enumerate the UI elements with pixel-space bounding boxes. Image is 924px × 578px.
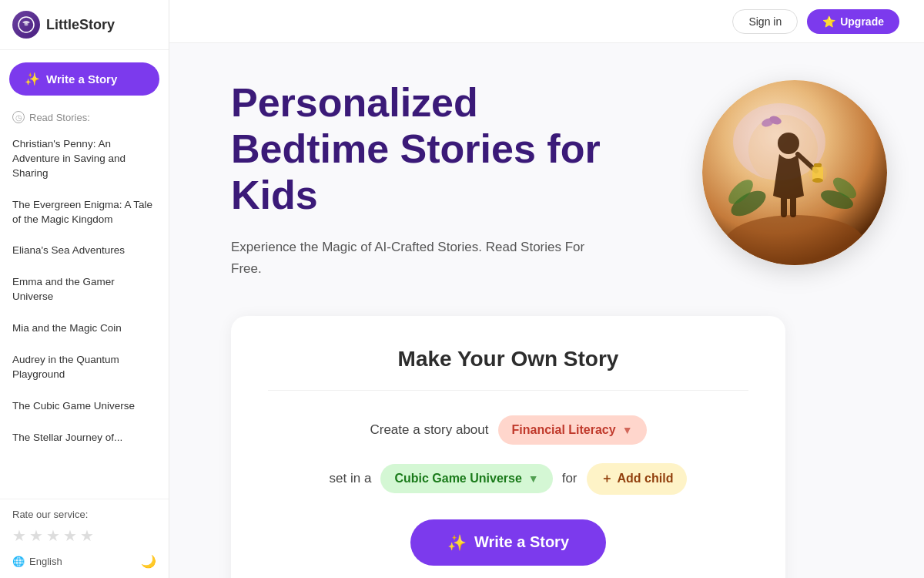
story-form: Create a story about Financial Literacy …: [268, 415, 748, 566]
topic-label: Financial Literacy: [512, 423, 616, 437]
row2-prefix: set in a: [330, 471, 372, 486]
star-3[interactable]: ★: [46, 526, 60, 545]
sign-in-button[interactable]: Sign in: [732, 9, 798, 34]
globe-icon: 🌐: [12, 556, 25, 567]
app-name: LittleStory: [46, 17, 115, 33]
list-item[interactable]: Emma and the Gamer Universe: [3, 267, 166, 312]
story-list: Christian's Penny: An Adventure in Savin…: [0, 129, 169, 499]
universe-label: Cubic Game Universe: [394, 472, 521, 486]
main-scroll: Personalized Bedtime Stories for Kids Ex…: [169, 43, 924, 578]
svg-rect-7: [781, 194, 787, 217]
star-icon: ⭐: [822, 15, 835, 28]
sidebar-footer: Rate our service: ★ ★ ★ ★ ★ 🌐 English 🌙: [0, 499, 169, 578]
list-item[interactable]: Christian's Penny: An Adventure in Savin…: [3, 129, 166, 189]
plus-icon: ＋: [601, 471, 613, 487]
logo-area: LittleStory: [0, 0, 169, 50]
list-item[interactable]: Eliana's Sea Adventures: [3, 236, 166, 266]
divider: [268, 390, 748, 391]
app-logo-icon: [12, 11, 40, 39]
dark-mode-toggle[interactable]: 🌙: [141, 554, 156, 569]
list-item[interactable]: Audrey in the Quantum Playground: [3, 345, 166, 390]
list-item[interactable]: The Stellar Journey of...: [3, 423, 166, 453]
sparkle-icon: ✨: [25, 72, 40, 86]
star-1[interactable]: ★: [12, 526, 26, 545]
main-content: Sign in ⭐ Upgrade Personalized Bedtime S…: [169, 0, 924, 578]
rate-service-label: Rate our service:: [12, 509, 156, 520]
universe-selector[interactable]: Cubic Game Universe ▼: [380, 464, 552, 493]
clock-icon: ◷: [12, 111, 25, 123]
list-item[interactable]: The Cubic Game Universe: [3, 391, 166, 422]
story-card: Make Your Own Story Create a story about…: [231, 316, 785, 578]
star-4[interactable]: ★: [63, 526, 77, 545]
language-row: 🌐 English 🌙: [12, 554, 156, 569]
star-rating: ★ ★ ★ ★ ★: [12, 526, 156, 545]
write-story-sidebar-button[interactable]: ✨ Write a Story: [9, 62, 159, 96]
sidebar: LittleStory ✨ Write a Story ◷ Read Stori…: [0, 0, 169, 578]
sparkle-icon: ✨: [447, 533, 467, 552]
list-item[interactable]: Mia and the Magic Coin: [3, 314, 166, 344]
form-row-2: set in a Cubic Game Universe ▼ for ＋ Add…: [330, 463, 688, 495]
chevron-down-icon: ▼: [622, 424, 633, 436]
topic-selector[interactable]: Financial Literacy ▼: [498, 415, 647, 445]
row2-suffix: for: [562, 471, 578, 486]
star-5[interactable]: ★: [80, 526, 94, 545]
story-card-title: Make Your Own Story: [268, 347, 748, 371]
hero-section: Personalized Bedtime Stories for Kids Ex…: [231, 80, 887, 279]
svg-point-12: [808, 164, 827, 183]
chevron-down-icon: ▼: [528, 472, 539, 485]
hero-illustration: [702, 80, 887, 265]
hero-title: Personalized Bedtime Stories for Kids: [231, 80, 601, 218]
language-label: English: [29, 556, 62, 567]
top-header: Sign in ⭐ Upgrade: [169, 0, 924, 43]
write-story-main-button[interactable]: ✨ Write a Story: [410, 519, 606, 566]
star-2[interactable]: ★: [29, 526, 43, 545]
svg-point-6: [778, 133, 799, 154]
form-row-1: Create a story about Financial Literacy …: [370, 415, 646, 445]
upgrade-button[interactable]: ⭐ Upgrade: [807, 9, 899, 34]
hero-text: Personalized Bedtime Stories for Kids Ex…: [231, 80, 601, 279]
add-child-button[interactable]: ＋ Add child: [587, 463, 688, 495]
hero-subtitle: Experience the Magic of AI-Crafted Stori…: [231, 237, 601, 278]
row1-prefix: Create a story about: [370, 422, 488, 438]
svg-rect-8: [790, 194, 796, 217]
language-selector[interactable]: 🌐 English: [12, 556, 62, 567]
read-stories-label: ◷ Read Stories:: [0, 108, 169, 129]
hero-image: [702, 80, 887, 265]
list-item[interactable]: The Evergreen Enigma: A Tale of the Magi…: [3, 190, 166, 235]
